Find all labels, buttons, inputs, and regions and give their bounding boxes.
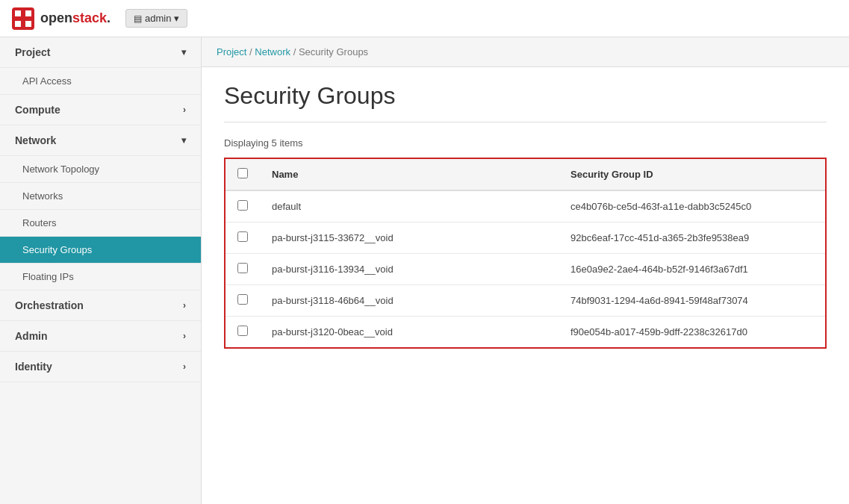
row-name: pa-burst-j3115-33672__void <box>260 223 559 254</box>
svg-rect-3 <box>15 21 21 27</box>
row-security-group-id: ce4b076b-ce5d-463f-a11e-dabb3c5245c0 <box>559 190 825 223</box>
row-checkbox-cell <box>226 254 260 285</box>
sidebar-floating-ips-label: Floating IPs <box>22 271 74 282</box>
sidebar-project-label: Project <box>15 46 50 58</box>
table-body: defaultce4b076b-ce5d-463f-a11e-dabb3c524… <box>226 190 825 347</box>
sidebar-item-floating-ips[interactable]: Floating IPs <box>0 264 201 290</box>
chevron-down-icon-network: ▾ <box>181 135 186 146</box>
row-checkbox-4[interactable] <box>237 326 248 336</box>
sidebar-identity-label: Identity <box>15 361 52 373</box>
breadcrumb-sep2: / <box>293 46 296 57</box>
svg-rect-2 <box>25 10 31 16</box>
sidebar-compute-label: Compute <box>15 104 60 116</box>
sidebar-item-routers[interactable]: Routers <box>0 210 201 237</box>
row-checkbox-2[interactable] <box>237 263 248 273</box>
page-title: Security Groups <box>224 82 827 122</box>
sidebar-item-identity[interactable]: Identity › <box>0 352 201 382</box>
logo-text: openstack. <box>40 10 111 26</box>
sidebar-item-project[interactable]: Project ▾ <box>0 37 201 68</box>
breadcrumb: Project / Network / Security Groups <box>202 37 849 67</box>
breadcrumb-project[interactable]: Project <box>217 46 246 57</box>
breadcrumb-sep1: / <box>249 46 252 57</box>
breadcrumb-network[interactable]: Network <box>255 46 290 57</box>
content-area: Project / Network / Security Groups Secu… <box>202 37 849 504</box>
logo: openstack. <box>12 7 111 30</box>
table-row: pa-burst-j3118-46b64__void74bf9031-1294-… <box>226 285 825 317</box>
row-name: pa-burst-j3118-46b64__void <box>260 285 559 317</box>
security-groups-table: Name Security Group ID defaultce4b076b-c… <box>226 159 825 347</box>
table-row: defaultce4b076b-ce5d-463f-a11e-dabb3c524… <box>226 190 825 223</box>
row-security-group-id: 74bf9031-1294-4a6d-8941-59f48af73074 <box>559 285 825 317</box>
chevron-right-icon-admin: › <box>183 331 186 341</box>
sidebar-item-api-access[interactable]: API Access <box>0 68 201 95</box>
admin-label: admin <box>145 13 171 24</box>
table-header-row: Name Security Group ID <box>226 159 825 190</box>
sidebar-admin-label: Admin <box>15 330 48 342</box>
select-all-header <box>226 159 260 190</box>
sidebar: Project ▾ API Access Compute › Network ▾… <box>0 37 202 504</box>
row-checkbox-3[interactable] <box>237 294 248 305</box>
row-security-group-id: 16e0a9e2-2ae4-464b-b52f-9146f3a67df1 <box>559 254 825 285</box>
chevron-right-icon: › <box>183 105 186 115</box>
table-header: Name Security Group ID <box>226 159 825 190</box>
row-checkbox-cell <box>226 285 260 317</box>
col-header-name: Name <box>260 159 559 190</box>
display-count: Displaying 5 items <box>224 137 827 149</box>
sidebar-security-groups-label: Security Groups <box>22 244 92 255</box>
col-header-id: Security Group ID <box>559 159 825 190</box>
sidebar-orchestration-label: Orchestration <box>15 299 84 311</box>
table-row: pa-burst-j3116-13934__void16e0a9e2-2ae4-… <box>226 254 825 285</box>
openstack-logo-icon <box>12 7 34 30</box>
svg-rect-1 <box>15 10 21 16</box>
main-layout: Project ▾ API Access Compute › Network ▾… <box>0 37 849 504</box>
sidebar-network-label: Network <box>15 134 56 146</box>
sidebar-item-compute[interactable]: Compute › <box>0 95 201 125</box>
row-name: pa-burst-j3120-0beac__void <box>260 317 559 348</box>
sidebar-item-security-groups[interactable]: Security Groups <box>0 237 201 264</box>
sidebar-item-admin[interactable]: Admin › <box>0 321 201 352</box>
page-content: Security Groups Displaying 5 items Name … <box>202 67 849 364</box>
chevron-right-icon-identity: › <box>183 361 186 372</box>
row-security-group-id: 92bc6eaf-17cc-451d-a365-2b3fe9538ea9 <box>559 223 825 254</box>
row-name: default <box>260 190 559 223</box>
row-checkbox-cell <box>226 190 260 223</box>
admin-icon: ▤ <box>134 13 142 24</box>
sidebar-item-orchestration[interactable]: Orchestration › <box>0 290 201 321</box>
row-name: pa-burst-j3116-13934__void <box>260 254 559 285</box>
row-checkbox-cell <box>226 317 260 348</box>
admin-chevron-icon: ▾ <box>174 13 179 24</box>
sidebar-networks-label: Networks <box>22 190 63 202</box>
sidebar-api-access-label: API Access <box>22 75 72 87</box>
table-row: pa-burst-j3120-0beac__voidf90e054b-a017-… <box>226 317 825 348</box>
row-checkbox-1[interactable] <box>237 231 248 242</box>
sidebar-network-topology-label: Network Topology <box>22 164 99 175</box>
chevron-right-icon-orch: › <box>183 300 186 311</box>
row-security-group-id: f90e054b-a017-459b-9dff-2238c32617d0 <box>559 317 825 348</box>
table-row: pa-burst-j3115-33672__void92bc6eaf-17cc-… <box>226 223 825 254</box>
select-all-checkbox[interactable] <box>237 168 248 178</box>
breadcrumb-current: Security Groups <box>299 46 368 57</box>
sidebar-routers-label: Routers <box>22 217 57 228</box>
svg-rect-4 <box>25 21 31 27</box>
chevron-down-icon: ▾ <box>181 47 186 57</box>
sidebar-item-network-topology[interactable]: Network Topology <box>0 156 201 183</box>
admin-menu-button[interactable]: ▤ admin ▾ <box>125 9 187 28</box>
sidebar-item-network[interactable]: Network ▾ <box>0 125 201 156</box>
row-checkbox-0[interactable] <box>237 200 248 211</box>
security-groups-table-wrapper: Name Security Group ID defaultce4b076b-c… <box>224 158 827 349</box>
row-checkbox-cell <box>226 223 260 254</box>
sidebar-item-networks[interactable]: Networks <box>0 183 201 210</box>
topbar: openstack. ▤ admin ▾ <box>0 0 849 37</box>
